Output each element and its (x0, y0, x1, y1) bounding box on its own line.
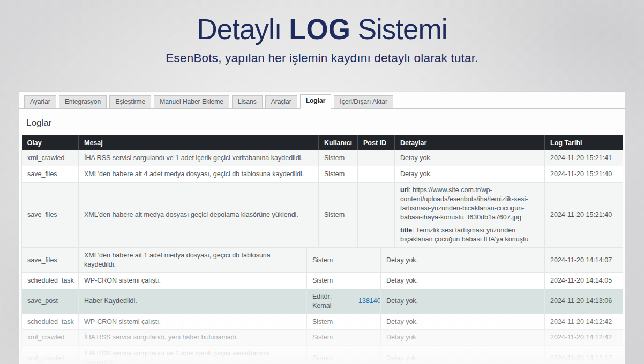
cell-log-date: 2024-11-20 14:12:42 (545, 314, 623, 330)
cell-log-date: 2024-11-20 15:21:41 (545, 150, 623, 166)
log-table-row: xml_crawledİHA RSS servisi sorgulandı, y… (22, 330, 623, 346)
cell-event: xml_crawled (22, 150, 79, 166)
cell-log-date: 2024-11-20 14:13:06 (545, 289, 623, 314)
tab-bar: AyarlarEntegrasyonEşleştirmeManuel Haber… (19, 92, 625, 109)
cell-post-id (353, 248, 381, 273)
tab-entegrasyon[interactable]: Entegrasyon (59, 95, 107, 109)
log-table-lower: save_filesXML'den habere ait 1 adet medy… (21, 247, 623, 364)
tab-iceri-disari-aktar[interactable]: İçeri/Dışarı Aktar (334, 95, 393, 109)
log-table-upper: OlayMesajKullanıcıPost IDDetaylarLog Tar… (21, 135, 623, 248)
cell-message: İHA RSS servisi sorgulandı, yeni haber b… (79, 330, 307, 346)
log-table-row: save_postHaber Kaydedildi.Editör: Kemal1… (22, 289, 623, 314)
cell-event: scheduled_task (22, 272, 79, 289)
cell-message: İHA RSS servisi sorgulandı ve 1 adet içe… (79, 150, 319, 166)
log-table-header-row: OlayMesajKullanıcıPost IDDetaylarLog Tar… (22, 136, 623, 150)
cell-details: Detay yok. (395, 166, 545, 183)
column-header-post-id: Post ID (358, 136, 395, 150)
cell-message: XML'den habere ait medya dosyası geçici … (79, 182, 319, 247)
section-title: Loglar (26, 118, 625, 128)
log-table-row: save_filesXML'den habere ait medya dosya… (22, 182, 623, 247)
cell-event: xml_crawled (22, 330, 79, 346)
cell-event: save_files (22, 182, 79, 247)
cell-details: url: https://www.site.com.tr/wp-content/… (395, 182, 545, 247)
cell-details: Detay yok. (381, 272, 545, 289)
cell-log-date: 2024-11-20 15:21:40 (545, 182, 623, 247)
cell-user: Sistem (319, 182, 358, 247)
page-subtitle: EsenBots, yapılan her işlemin kaydını de… (0, 51, 644, 65)
cell-event: scheduled_task (22, 314, 79, 330)
detail-url-label: url (400, 186, 409, 194)
settings-panel: AyarlarEntegrasyonEşleştirmeManuel Haber… (19, 92, 625, 364)
column-header-kullanici: Kullanıcı (319, 136, 358, 150)
log-table-row: save_filesXML'den habere ait 1 adet medy… (22, 248, 623, 273)
cell-event: save_files (22, 248, 79, 273)
cell-log-date: 2024-11-20 14:14:05 (545, 272, 623, 289)
cell-message: WP-CRON sistemi çalıştı. (79, 314, 307, 330)
cell-log-date: 2024-11-20 14:12:42 (545, 330, 623, 346)
cell-message: İHA RSS servisi sorgulandı ve 2 adet içe… (79, 346, 307, 364)
tab-ayarlar[interactable]: Ayarlar (24, 95, 56, 109)
cell-user: Editör: Kemal (307, 289, 353, 314)
cell-details: Detay yok. (395, 150, 545, 166)
cell-details: Detay yok. (381, 248, 545, 273)
log-table-lower-body: save_filesXML'den habere ait 1 adet medy… (22, 248, 623, 364)
page-title-part-1: Detaylı (197, 13, 281, 45)
hero-section: Detaylı LOG Sistemi EsenBots, yapılan he… (0, 0, 644, 65)
cell-post-id (358, 150, 395, 166)
cell-post-id: 1381409 (353, 289, 381, 314)
cell-details: Detay yok. (381, 346, 545, 364)
log-table-row: save_filesXML'den habere ait 4 adet medy… (22, 166, 623, 183)
cell-post-id (358, 182, 395, 247)
cell-user: Sistem (307, 330, 353, 346)
tab-lisans[interactable]: Lisans (232, 95, 263, 109)
column-header-detaylar: Detaylar (395, 136, 545, 150)
cell-user: Sistem (319, 150, 358, 166)
log-table-row: xml_crawledİHA RSS servisi sorgulandı ve… (22, 346, 623, 364)
log-table-row: scheduled_taskWP-CRON sistemi çalıştı.Si… (22, 272, 623, 289)
cell-log-date: 2024-11-20 14:12:17 (545, 346, 623, 364)
page-title: Detaylı LOG Sistemi (0, 14, 644, 45)
cell-event: save_files (22, 166, 79, 183)
tab-eslestirme[interactable]: Eşleştirme (109, 95, 151, 109)
cell-event: save_post (22, 289, 79, 314)
cell-event: xml_crawled (22, 346, 79, 364)
post-id-link[interactable]: 1381409 (358, 297, 381, 305)
cell-message: Haber Kaydedildi. (79, 289, 307, 314)
column-header-olay: Olay (22, 136, 79, 150)
page-title-part-bold: LOG (289, 13, 350, 45)
cell-details: Detay yok. (381, 330, 545, 346)
cell-post-id (353, 330, 381, 346)
tab-loglar[interactable]: Loglar (300, 94, 332, 109)
page-title-part-2: Sistemi (358, 13, 447, 45)
cell-message: XML'den habere ait 1 adet medya dosyası,… (79, 248, 307, 273)
column-header-log-tarihi: Log Tarihi (545, 136, 623, 150)
log-table-upper-body: xml_crawledİHA RSS servisi sorgulandı ve… (22, 150, 623, 248)
cell-log-date: 2024-11-20 15:21:40 (545, 166, 623, 183)
cell-user: Sistem (319, 166, 358, 183)
cell-user: Sistem (307, 272, 353, 289)
column-header-mesaj: Mesaj (79, 136, 319, 150)
cell-message: XML'den habere ait 4 adet medya dosyası,… (79, 166, 319, 183)
cell-post-id (353, 272, 381, 289)
log-table-row: scheduled_taskWP-CRON sistemi çalıştı.Si… (22, 314, 623, 330)
cell-log-date: 2024-11-20 14:14:07 (545, 248, 623, 273)
detail-title-label: title (400, 226, 412, 234)
cell-details: Detay yok. (381, 314, 545, 330)
cell-message: WP-CRON sistemi çalıştı. (79, 272, 307, 289)
log-table-row: xml_crawledİHA RSS servisi sorgulandı ve… (22, 150, 623, 166)
cell-user: Sistem (307, 346, 353, 364)
tab-araclar[interactable]: Araçlar (265, 95, 297, 109)
tab-manuel-haber-ekleme[interactable]: Manuel Haber Ekleme (154, 95, 229, 109)
cell-user: Sistem (307, 314, 353, 330)
cell-post-id (353, 346, 381, 364)
cell-post-id (353, 314, 381, 330)
cell-user: Sistem (307, 248, 353, 273)
cell-details: Detay yok. (381, 289, 545, 314)
cell-post-id (358, 166, 395, 183)
